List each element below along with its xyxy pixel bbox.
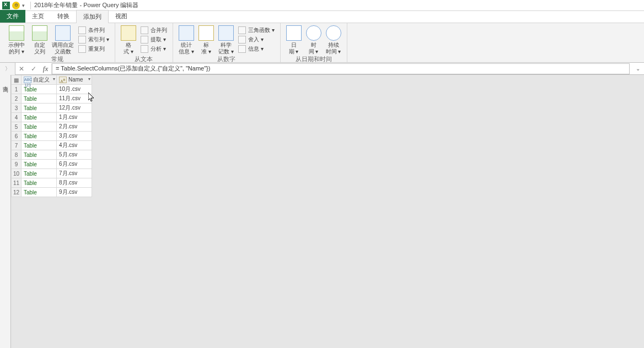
- cell-custom[interactable]: Table: [22, 169, 57, 178]
- table-row[interactable]: 2Table11月.csv: [12, 94, 92, 104]
- tab-file[interactable]: 文件: [0, 10, 25, 23]
- cell-name[interactable]: 6月.csv: [57, 160, 92, 169]
- column-header-name[interactable]: ABName ▾: [57, 75, 92, 85]
- cell-name[interactable]: 5月.csv: [57, 150, 92, 160]
- index-column-button[interactable]: 索引列 ▾: [78, 36, 109, 44]
- cell-custom[interactable]: Table: [22, 113, 57, 122]
- table-row[interactable]: 4Table1月.csv: [12, 113, 92, 122]
- qat-dropdown-icon[interactable]: ▾: [22, 3, 25, 8]
- scientific-button[interactable]: 科学记数 ▾: [216, 24, 236, 55]
- cell-name[interactable]: 9月.csv: [57, 188, 92, 197]
- standard-button[interactable]: 标准 ▾: [196, 24, 216, 55]
- group-number: 统计信息 ▾ 标准 ▾ 科学记数 ▾ 三角函数 ▾ 舍入 ▾ 信息 ▾ 从数字: [173, 23, 281, 62]
- tab-view[interactable]: 视图: [109, 10, 134, 23]
- table-row[interactable]: 3Table12月.csv: [12, 104, 92, 113]
- fx-icon[interactable]: fx: [40, 63, 52, 74]
- tab-add-column[interactable]: 添加列: [76, 10, 109, 23]
- row-number[interactable]: 5: [12, 122, 22, 132]
- duration-button[interactable]: 持续时间 ▾: [324, 24, 344, 55]
- cell-name[interactable]: 2月.csv: [57, 122, 92, 132]
- date-button[interactable]: 日期 ▾: [284, 24, 304, 55]
- table-row[interactable]: 12Table9月.csv: [12, 188, 92, 197]
- cell-custom[interactable]: Table: [22, 141, 57, 150]
- cell-custom[interactable]: Table: [22, 178, 57, 188]
- duplicate-column-button[interactable]: 重复列: [78, 45, 109, 53]
- query-panel-toggle[interactable]: 〉: [0, 63, 15, 75]
- expand-formula-button[interactable]: ⌄: [632, 66, 644, 72]
- queries-sidebar-collapsed[interactable]: 查询: [0, 75, 11, 348]
- tab-transform[interactable]: 转换: [51, 10, 76, 23]
- table-row[interactable]: 8Table5月.csv: [12, 150, 92, 160]
- ribbon-tabs: 文件 主页 转换 添加列 视图: [0, 11, 644, 23]
- group-text-label: 从文本: [135, 55, 153, 63]
- tab-home[interactable]: 主页: [25, 10, 51, 23]
- merge-columns-button[interactable]: 合并列: [141, 26, 167, 34]
- format-button[interactable]: 格式 ▾: [119, 24, 138, 55]
- extract-button[interactable]: 提取 ▾: [141, 36, 167, 44]
- group-general: 示例中的列 ▾ 自定义列 调用自定义函数 条件列 索引列 ▾ 重复列 常规: [0, 23, 115, 62]
- cell-name[interactable]: 11月.csv: [57, 94, 92, 104]
- cell-name[interactable]: 12月.csv: [57, 104, 92, 113]
- invoke-custom-function-button[interactable]: 调用自定义函数: [50, 24, 76, 55]
- trigonometry-button[interactable]: 三角函数 ▾: [238, 26, 275, 34]
- cell-custom[interactable]: Table: [22, 188, 57, 197]
- row-number[interactable]: 12: [12, 188, 22, 197]
- type-icon-text[interactable]: AB: [59, 77, 67, 83]
- group-datetime: 日期 ▾ 时间 ▾ 持续时间 ▾ 从日期和时间: [281, 23, 347, 62]
- title-bar: ⚙ ▾ 2018年全年销量 - Power Query 编辑器: [0, 0, 644, 11]
- cell-custom[interactable]: Table: [22, 150, 57, 160]
- table-row[interactable]: 7Table4月.csv: [12, 141, 92, 150]
- table-row[interactable]: 9Table6月.csv: [12, 160, 92, 169]
- row-number[interactable]: 11: [12, 178, 22, 188]
- time-button[interactable]: 时间 ▾: [304, 24, 324, 55]
- cell-custom[interactable]: Table: [22, 122, 57, 132]
- cell-custom[interactable]: Table: [22, 94, 57, 104]
- row-number[interactable]: 1: [12, 85, 22, 94]
- cell-name[interactable]: 7月.csv: [57, 169, 92, 178]
- cancel-formula-button[interactable]: ✕: [15, 63, 28, 74]
- cell-name[interactable]: 3月.csv: [57, 132, 92, 141]
- cell-name[interactable]: 4月.csv: [57, 141, 92, 150]
- type-icon-any[interactable]: ABC123: [24, 77, 31, 83]
- row-number[interactable]: 2: [12, 94, 22, 104]
- table-row[interactable]: 10Table7月.csv: [12, 169, 92, 178]
- column-header-name-label: Name: [68, 77, 83, 83]
- table-row[interactable]: 1Table10月.csv: [12, 85, 92, 94]
- information-button[interactable]: 信息 ▾: [238, 45, 275, 53]
- column-header-custom[interactable]: ABC123自定义 ▾: [22, 75, 57, 85]
- conditional-column-button[interactable]: 条件列: [78, 26, 109, 34]
- row-number[interactable]: 3: [12, 104, 22, 113]
- gear-icon[interactable]: ⚙: [12, 2, 20, 9]
- data-grid[interactable]: ▦ ABC123自定义 ▾ ABName ▾ 1Table10月.csv2Tab…: [11, 75, 92, 197]
- rounding-button[interactable]: 舍入 ▾: [238, 36, 275, 44]
- accept-formula-button[interactable]: ✓: [28, 63, 40, 74]
- column-filter-custom[interactable]: ▾: [53, 77, 55, 81]
- cell-name[interactable]: 10月.csv: [57, 85, 92, 94]
- row-number[interactable]: 9: [12, 160, 22, 169]
- column-filter-name[interactable]: ▾: [88, 77, 90, 81]
- cell-custom[interactable]: Table: [22, 132, 57, 141]
- ribbon: 示例中的列 ▾ 自定义列 调用自定义函数 条件列 索引列 ▾ 重复列 常规 格式…: [0, 23, 644, 63]
- corner-cell[interactable]: ▦: [12, 75, 22, 85]
- cell-name[interactable]: 8月.csv: [57, 178, 92, 188]
- column-from-examples-button[interactable]: 示例中的列 ▾: [3, 24, 30, 55]
- cell-custom[interactable]: Table: [22, 160, 57, 169]
- parse-button[interactable]: 分析 ▾: [141, 45, 167, 53]
- row-number[interactable]: 7: [12, 141, 22, 150]
- row-number[interactable]: 10: [12, 169, 22, 178]
- row-number[interactable]: 4: [12, 113, 22, 122]
- cell-custom[interactable]: Table: [22, 104, 57, 113]
- formula-input[interactable]: [52, 63, 630, 74]
- custom-column-button[interactable]: 自定义列: [30, 24, 50, 55]
- row-number[interactable]: 6: [12, 132, 22, 141]
- group-datetime-label: 从日期和时间: [296, 55, 332, 63]
- group-general-label: 常规: [51, 55, 63, 63]
- table-row[interactable]: 6Table3月.csv: [12, 132, 92, 141]
- row-number[interactable]: 8: [12, 150, 22, 160]
- divider: [30, 2, 31, 9]
- main-area: 查询 ▦ ABC123自定义 ▾ ABName ▾ 1Table10月.csv2…: [0, 75, 644, 348]
- cell-name[interactable]: 1月.csv: [57, 113, 92, 122]
- statistics-button[interactable]: 统计信息 ▾: [176, 24, 196, 55]
- table-row[interactable]: 5Table2月.csv: [12, 122, 92, 132]
- table-row[interactable]: 11Table8月.csv: [12, 178, 92, 188]
